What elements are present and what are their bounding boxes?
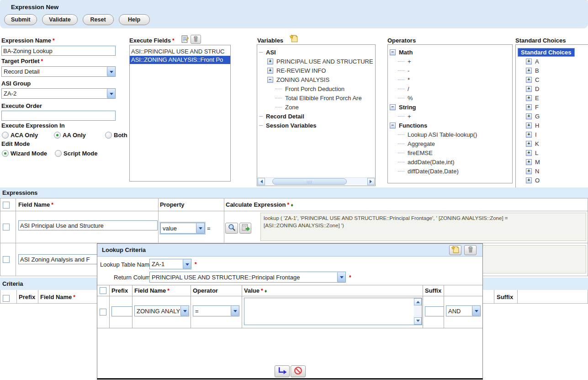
execute-fields-listbox[interactable]: ASI::PRINCIPAL USE AND STRUCASI::ZONING … (129, 45, 231, 182)
operator-tree-item[interactable]: Aggregate (388, 139, 512, 148)
plus-icon[interactable]: + (526, 132, 532, 138)
standard-choice-tree-item[interactable]: +K (516, 139, 588, 148)
plus-icon[interactable]: + (526, 141, 532, 147)
operator-tree-item[interactable]: −Math (388, 48, 512, 57)
operator-tree-item[interactable]: Lookup ASI Table-lookup() (388, 130, 512, 139)
dialog-submit-button[interactable] (275, 365, 290, 377)
expression-name-input[interactable] (1, 46, 116, 56)
plus-icon[interactable]: + (526, 59, 532, 64)
add-criteria-button[interactable] (449, 245, 461, 255)
plus-icon[interactable]: + (526, 150, 532, 156)
operator-tree-item[interactable]: + (388, 57, 512, 66)
plus-icon[interactable]: + (526, 113, 532, 119)
lookup-button[interactable] (225, 223, 238, 234)
select-all-checkbox[interactable] (3, 295, 10, 302)
plus-icon[interactable]: + (526, 95, 532, 101)
standard-choice-tree-item[interactable]: +C (516, 75, 588, 84)
assign-fields-icon[interactable] (181, 35, 189, 44)
standard-choice-tree-item[interactable]: +H (516, 121, 588, 130)
criteria-field-name-select[interactable]: ZONING ANALY (134, 305, 189, 316)
standard-choice-tree-item[interactable]: +G (516, 112, 588, 121)
field-name-input[interactable] (18, 220, 158, 230)
submit-button[interactable]: Submit (4, 14, 37, 25)
minus-icon[interactable]: − (267, 77, 273, 83)
standard-choice-tree-item[interactable]: +F (516, 102, 588, 112)
suffix-input[interactable] (425, 306, 444, 316)
lookup-table-name-select[interactable]: ZA-1 (149, 259, 191, 269)
variable-tree-item[interactable]: +PRINCIPAL USE AND STRUCTURE (257, 57, 375, 66)
plus-icon[interactable]: + (526, 159, 532, 165)
plus-icon[interactable]: + (526, 68, 532, 74)
build-expression-button[interactable] (239, 223, 251, 234)
operator-tree-item[interactable]: % (388, 93, 512, 102)
standard-choice-tree-item[interactable]: +B (516, 66, 588, 75)
select-all-checkbox[interactable] (100, 287, 106, 294)
standard-choice-tree-item[interactable]: +E (516, 93, 588, 102)
radio-script-mode[interactable]: Script Mode (55, 150, 97, 157)
variable-tree-item[interactable]: +RE-REVIEW INFO (257, 66, 375, 75)
plus-icon[interactable]: + (526, 123, 532, 128)
plus-icon[interactable]: + (267, 59, 273, 64)
standard-choice-tree-item[interactable]: +M (516, 157, 588, 166)
standard-choice-tree-item[interactable]: +L (516, 148, 588, 157)
operator-tree-item[interactable]: −String (388, 102, 512, 112)
operator-tree-item[interactable]: diffDate(Date,Date) (388, 166, 512, 176)
radio-wizard-mode[interactable]: Wizard Mode (2, 150, 47, 157)
scrollbar-thumb[interactable] (272, 178, 347, 185)
minus-icon[interactable]: − (390, 123, 396, 128)
operator-tree-item[interactable]: - (388, 66, 512, 75)
variable-tree-item[interactable]: Total Elibible Front Porch Are (257, 93, 375, 102)
plus-icon[interactable]: + (526, 104, 532, 110)
prefix-input[interactable] (111, 306, 132, 316)
operator-tree-item[interactable]: −Functions (388, 121, 512, 130)
plus-icon[interactable]: + (267, 68, 273, 74)
standard-choice-tree-item[interactable]: +I (516, 130, 588, 139)
execute-field-item[interactable]: ASI::ZONING ANALYSIS::Front Po (130, 56, 230, 64)
operator-tree-item[interactable]: + (388, 112, 512, 121)
criteria-operator-select[interactable]: = (193, 305, 239, 316)
row-checkbox[interactable] (100, 309, 106, 316)
reset-button[interactable]: Reset (83, 14, 114, 25)
operator-tree-item[interactable]: / (388, 84, 512, 93)
return-column-select[interactable]: PRINCIPAL USE AND STRUCTURE::Principal F… (149, 272, 346, 283)
radio-aca-only[interactable]: ACA Only (2, 132, 38, 139)
standard-choice-tree-item[interactable]: −Standard Choices (516, 48, 588, 57)
scroll-right-icon[interactable] (367, 178, 375, 185)
plus-icon[interactable]: + (526, 177, 532, 183)
scroll-left-icon[interactable] (258, 178, 265, 185)
radio-aa-only[interactable]: AA Only (54, 132, 86, 139)
standard-choice-tree-item[interactable]: +D (516, 84, 588, 93)
standard-choice-tree-item[interactable]: +A (516, 57, 588, 66)
execute-order-input[interactable] (1, 111, 116, 121)
asi-group-select[interactable]: ZA-2 (1, 88, 116, 99)
operator-tree-item[interactable]: * (388, 75, 512, 84)
scroll-up-icon[interactable] (414, 298, 422, 305)
add-icon[interactable] (289, 34, 298, 44)
variable-tree-item[interactable]: Session Variables (257, 121, 375, 130)
execute-field-item[interactable]: ASI::PRINCIPAL USE AND STRUC (130, 48, 230, 56)
criteria-connector-select[interactable]: AND (446, 305, 481, 316)
delete-execute-field-button[interactable] (191, 35, 201, 44)
help-button[interactable]: Help (119, 14, 150, 25)
delete-criteria-button[interactable] (464, 245, 477, 255)
variable-tree-item[interactable]: Front Porch Deduction (257, 84, 375, 93)
standard-choice-tree-item[interactable]: +N (516, 166, 588, 176)
operator-tree-item[interactable]: fireEMSE (388, 148, 512, 157)
target-portlet-select[interactable]: Record Detail (1, 66, 116, 77)
validate-button[interactable]: Validate (42, 14, 77, 25)
criteria-value-textarea[interactable] (244, 298, 422, 325)
vertical-scrollbar[interactable] (414, 298, 422, 325)
row-checkbox[interactable] (3, 256, 10, 263)
minus-icon[interactable]: − (390, 49, 396, 55)
scroll-down-icon[interactable] (414, 317, 422, 325)
property-select[interactable]: value (160, 223, 205, 234)
plus-icon[interactable]: + (526, 86, 532, 92)
dialog-cancel-button[interactable] (291, 365, 306, 377)
row-checkbox[interactable] (3, 224, 10, 230)
horizontal-scrollbar[interactable] (258, 177, 375, 185)
plus-icon[interactable]: + (526, 168, 532, 174)
minus-icon[interactable]: − (390, 104, 396, 110)
operator-tree-item[interactable]: addDate(Date,int) (388, 157, 512, 166)
variable-tree-item[interactable]: −ZONING ANALYSIS (257, 75, 375, 84)
variable-tree-item[interactable]: Zone (257, 102, 375, 112)
